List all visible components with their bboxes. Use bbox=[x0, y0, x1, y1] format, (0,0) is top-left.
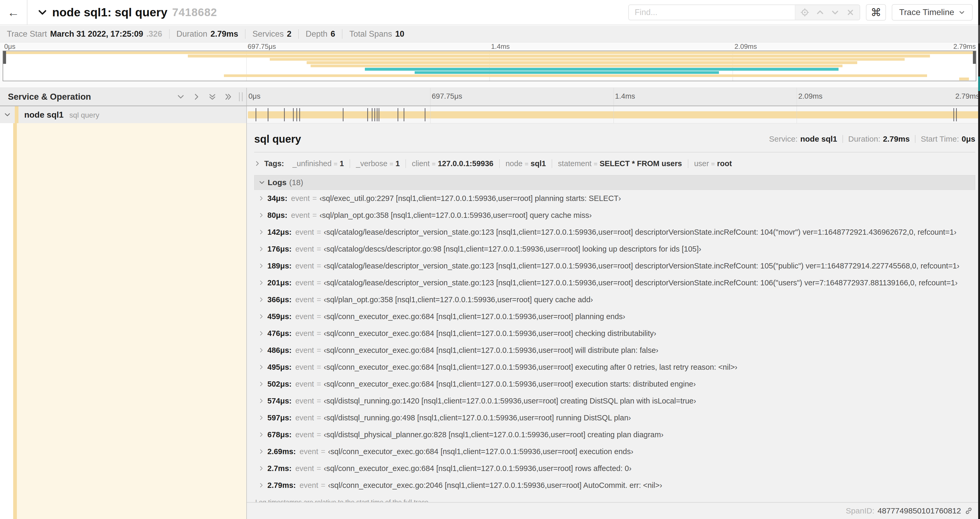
timeline-gridline bbox=[430, 106, 431, 123]
log-timestamp: 2.69ms: bbox=[267, 447, 296, 456]
log-equals: = bbox=[317, 278, 321, 287]
summary-item-label: Trace Start bbox=[7, 29, 47, 39]
span-row[interactable]: node sql1 sql query bbox=[0, 106, 980, 123]
clear-find-icon[interactable] bbox=[845, 6, 856, 18]
deep-link-icon[interactable] bbox=[964, 506, 973, 515]
minimap-span-bar bbox=[415, 71, 719, 74]
expand-one-icon[interactable] bbox=[192, 93, 200, 101]
log-row[interactable]: 201μs:event=‹sql/catalog/lease/descripto… bbox=[254, 274, 975, 291]
trace-timeline-page: ← node sql1: sql query 7418682 bbox=[0, 0, 980, 519]
chevron-right-icon bbox=[258, 347, 264, 353]
minimap-span-bar bbox=[188, 54, 930, 57]
collapse-all-icon[interactable] bbox=[208, 93, 216, 101]
minimap-span-bar bbox=[959, 78, 969, 80]
log-marker-tick[interactable] bbox=[343, 108, 344, 121]
log-timestamp: 574μs: bbox=[267, 397, 292, 405]
back-button[interactable]: ← bbox=[0, 0, 27, 24]
log-row[interactable]: 34μs:event=‹sql/exec_util.go:2297 [nsql1… bbox=[254, 190, 975, 207]
log-marker-tick[interactable] bbox=[293, 108, 294, 121]
top-bar-actions: ⌘ Trace Timeline bbox=[628, 4, 980, 21]
log-marker-tick[interactable] bbox=[953, 108, 954, 121]
expand-collapse-controls bbox=[177, 93, 232, 101]
log-timestamp: 495μs: bbox=[267, 363, 292, 372]
log-marker-tick[interactable] bbox=[374, 108, 375, 121]
keyboard-shortcuts-button[interactable]: ⌘ bbox=[866, 4, 886, 21]
log-row[interactable]: 574μs:event=‹sql/distsql_running.go:1420… bbox=[254, 393, 975, 409]
log-timestamp: 476μs: bbox=[267, 329, 292, 338]
minimap-right-handle[interactable] bbox=[973, 51, 976, 64]
log-event-key: event bbox=[295, 262, 314, 270]
log-row[interactable]: 459μs:event=‹sql/conn_executor_exec.go:6… bbox=[254, 308, 975, 325]
log-marker-tick[interactable] bbox=[379, 108, 379, 121]
expand-all-icon[interactable] bbox=[224, 93, 232, 101]
next-match-icon[interactable] bbox=[829, 6, 841, 18]
log-equals: = bbox=[312, 194, 317, 203]
chevron-right-icon bbox=[258, 331, 264, 336]
view-type-dropdown[interactable]: Trace Timeline bbox=[892, 4, 973, 21]
log-row[interactable]: 2.7ms:event=‹sql/conn_executor_exec.go:6… bbox=[254, 460, 975, 477]
log-row[interactable]: 486μs:event=‹sql/conn_executor_exec.go:6… bbox=[254, 342, 975, 359]
log-row[interactable]: 142μs:event=‹sql/catalog/lease/descripto… bbox=[254, 224, 975, 241]
log-row[interactable]: 597μs:event=‹sql/distsql_running.go:498 … bbox=[254, 409, 975, 426]
log-timestamp: 34μs: bbox=[267, 194, 287, 203]
log-equals: = bbox=[317, 228, 321, 236]
log-row[interactable]: 366μs:event=‹sql/plan_opt.go:358 [nsql1,… bbox=[254, 291, 975, 308]
collapse-one-icon[interactable] bbox=[177, 93, 185, 101]
log-row[interactable]: 2.69ms:event=‹sql/conn_executor_exec.go:… bbox=[254, 443, 975, 460]
log-marker-tick[interactable] bbox=[296, 108, 297, 121]
column-resize-handle[interactable] bbox=[239, 92, 243, 101]
minimap-canvas[interactable] bbox=[3, 51, 976, 81]
log-marker-tick[interactable] bbox=[268, 108, 269, 121]
log-row[interactable]: 476μs:event=‹sql/conn_executor_exec.go:6… bbox=[254, 325, 975, 342]
span-row-name-cell[interactable]: node sql1 sql query bbox=[0, 106, 246, 123]
tag-key: user bbox=[694, 159, 709, 168]
log-row[interactable]: 176μs:event=‹sql/catalog/descs/descripto… bbox=[254, 241, 975, 257]
summary-item-label: Services bbox=[252, 29, 284, 39]
log-marker-tick[interactable] bbox=[398, 108, 398, 121]
summary-item: Total Spans10 bbox=[342, 29, 411, 39]
minimap-span-row bbox=[3, 78, 976, 81]
log-row[interactable]: 678μs:event=‹sql/distsql_physical_planne… bbox=[254, 426, 975, 443]
log-marker-tick[interactable] bbox=[377, 108, 377, 121]
chevron-right-icon bbox=[258, 482, 264, 488]
minimap-span-row bbox=[3, 61, 976, 64]
scroll-to-match-icon[interactable] bbox=[799, 6, 811, 18]
log-equals: = bbox=[317, 430, 321, 439]
window-edge-scrollbar[interactable] bbox=[978, 0, 980, 519]
log-row[interactable]: 80μs:event=‹sql/plan_opt.go:358 [nsql1,c… bbox=[254, 207, 975, 224]
scrollbar-teal-segment bbox=[978, 77, 980, 91]
log-row[interactable]: 495μs:event=‹sql/conn_executor_exec.go:6… bbox=[254, 359, 975, 375]
log-event-key: event bbox=[295, 414, 314, 422]
log-row[interactable]: 502μs:event=‹sql/conn_executor_exec.go:6… bbox=[254, 375, 975, 393]
tag-equals: = bbox=[432, 160, 436, 168]
find-controls bbox=[795, 5, 860, 20]
log-marker-tick[interactable] bbox=[299, 108, 300, 121]
tag-key: _unfinished bbox=[293, 159, 331, 168]
log-marker-tick[interactable] bbox=[425, 108, 425, 121]
start-time-value: 0μs bbox=[962, 134, 975, 144]
find-input[interactable] bbox=[629, 5, 795, 20]
span-row-timeline-cell[interactable] bbox=[246, 106, 980, 123]
log-marker-tick[interactable] bbox=[367, 108, 368, 121]
span-detail-header[interactable]: sql query Service: node sql1 Duration: 2… bbox=[254, 129, 975, 149]
tags-row[interactable]: Tags: _unfinished=1_verbose=1client=127.… bbox=[254, 156, 975, 170]
logs-header[interactable]: Logs (18) bbox=[254, 175, 975, 190]
minimap-left-handle[interactable] bbox=[3, 51, 6, 64]
prev-match-icon[interactable] bbox=[814, 6, 826, 18]
log-row[interactable]: 189μs:event=‹sql/catalog/lease/descripto… bbox=[254, 257, 975, 274]
log-rows: 34μs:event=‹sql/exec_util.go:2297 [nsql1… bbox=[254, 190, 975, 494]
tag-item: client=127.0.0.1:59936 bbox=[406, 159, 499, 168]
log-event-value: ‹sql/catalog/lease/descriptor_version_st… bbox=[324, 278, 958, 287]
log-marker-tick[interactable] bbox=[372, 108, 372, 121]
log-marker-tick[interactable] bbox=[404, 108, 404, 121]
log-timestamp: 459μs: bbox=[267, 312, 292, 321]
log-marker-tick[interactable] bbox=[956, 108, 957, 121]
minimap-span-bar bbox=[224, 74, 927, 77]
log-row[interactable]: 2.79ms:event=‹sql/conn_executor_exec.go:… bbox=[254, 477, 975, 494]
log-marker-tick[interactable] bbox=[256, 108, 256, 121]
log-equals: = bbox=[317, 295, 321, 304]
log-event-value: ‹sql/plan_opt.go:358 [nsql1,client=127.0… bbox=[320, 211, 592, 220]
log-marker-tick[interactable] bbox=[284, 108, 285, 121]
span-collapse-icon[interactable] bbox=[0, 111, 15, 118]
trace-collapse-icon[interactable] bbox=[37, 7, 48, 18]
